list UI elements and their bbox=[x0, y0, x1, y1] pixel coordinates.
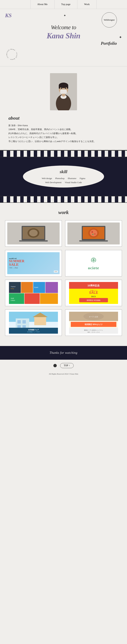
sale-click: click! bbox=[54, 271, 58, 272]
footer-bottom: TOP ↑ bbox=[0, 360, 127, 372]
svg-text:SALE: SALE bbox=[89, 291, 98, 294]
hero-name: Kana Shin bbox=[5, 31, 122, 40]
work-section: work bbox=[0, 203, 127, 346]
svg-rect-33 bbox=[24, 293, 40, 304]
skill-title: skill bbox=[60, 169, 68, 174]
svg-marker-55 bbox=[34, 317, 46, 325]
hero-logo: KS bbox=[5, 12, 12, 18]
sale-sale: SALE bbox=[9, 263, 18, 266]
checker-band-2 bbox=[0, 196, 127, 203]
svg-text:期間限定 特別価格: 期間限定 特別価格 bbox=[87, 299, 101, 301]
svg-rect-34 bbox=[40, 293, 58, 304]
sale-summer: SUMMER bbox=[9, 259, 24, 263]
svg-point-22 bbox=[92, 231, 93, 233]
checker-band bbox=[0, 150, 127, 157]
web-designer-badge: Web Designer bbox=[102, 12, 117, 28]
footer-thanks: Thanks for watching bbox=[5, 351, 122, 354]
star-decoration-top: ✦ bbox=[64, 14, 66, 18]
work-thumb-3: max80%off SUMMER SALE 7.1Fri — .25sun cl… bbox=[7, 252, 60, 274]
svg-text:10周年記念: 10周年記念 bbox=[88, 284, 100, 287]
star-decoration-right: ✦ bbox=[119, 35, 122, 40]
svg-text:初回限定 50%もらう!: 初回限定 50%もらう! bbox=[84, 323, 102, 326]
svg-rect-25 bbox=[79, 240, 108, 242]
svg-point-6 bbox=[59, 82, 68, 88]
about-section: about 新 加奈 - Shin Kana 1994年、宮崎市出身。高校卒業後… bbox=[0, 66, 127, 150]
svg-point-24 bbox=[92, 234, 94, 235]
svg-text:期間：○月○日〜○月○日: 期間：○月○日〜○月○日 bbox=[88, 332, 100, 333]
footer-dark: Thanks for watching bbox=[0, 346, 127, 360]
sale-dates: 7.1Fri — .25sun bbox=[9, 267, 18, 268]
svg-point-26 bbox=[93, 259, 94, 259]
svg-text:Vivid: Vivid bbox=[11, 298, 14, 299]
svg-text:住宅相談フェア: 住宅相談フェア bbox=[28, 329, 39, 330]
svg-text:Colors: Colors bbox=[11, 300, 15, 301]
svg-point-11 bbox=[65, 88, 66, 89]
nav-work[interactable]: Work bbox=[77, 0, 96, 9]
svg-rect-57 bbox=[9, 328, 58, 334]
svg-point-21 bbox=[90, 230, 97, 236]
svg-rect-9 bbox=[60, 90, 67, 94]
work-thumb-6: 10周年記念 うれしい SALE BACK 期間限定 特別価格 bbox=[68, 282, 120, 304]
svg-rect-31 bbox=[46, 282, 58, 293]
work-item-1[interactable] bbox=[5, 220, 62, 247]
svg-text:新規オープン記念キャンペーン: 新規オープン記念キャンペーン bbox=[84, 330, 103, 331]
svg-text:Tropical: Tropical bbox=[11, 286, 15, 287]
portfolio-text: Portfolio bbox=[5, 41, 122, 46]
top-arrow: ↑ bbox=[69, 364, 70, 367]
about-title: about bbox=[8, 116, 118, 121]
skill-section: skill Web design Photoshop Illustrator F… bbox=[0, 157, 127, 196]
svg-text:Event: Event bbox=[34, 286, 38, 288]
work-item-4[interactable]: ociete bbox=[65, 250, 122, 276]
skill-oval: skill Web design Photoshop Illustrator F… bbox=[23, 166, 104, 188]
svg-rect-51 bbox=[18, 320, 21, 324]
ociete-content: ociete bbox=[68, 252, 120, 274]
svg-rect-7 bbox=[59, 85, 60, 89]
footer-dot bbox=[53, 364, 57, 367]
hero-section: KS ✦ Web Designer Welcome to Kana Shin P… bbox=[0, 9, 127, 66]
svg-point-10 bbox=[61, 88, 62, 89]
scroll-circle: scroll down · scroll down · scroll down … bbox=[5, 48, 18, 61]
work-thumb-5: Tropical Sunny Event Vivid Colors bbox=[7, 282, 60, 304]
nav-top-page[interactable]: Top page bbox=[54, 0, 78, 9]
work-item-3[interactable]: max80%off SUMMER SALE 7.1Fri — .25sun cl… bbox=[5, 250, 62, 276]
work-item-8[interactable]: オープン記念 初回限定 50%もらう! 新規オープン記念キャンペーン 期間：○月… bbox=[65, 310, 122, 336]
work-thumb-8: オープン記念 初回限定 50%もらう! 新規オープン記念キャンペーン 期間：○月… bbox=[68, 312, 120, 334]
svg-text:住宅相談フォア2024: 住宅相談フォア2024 bbox=[27, 331, 40, 333]
svg-rect-17 bbox=[19, 240, 48, 242]
summer-sale-content: max80%off SUMMER SALE 7.1Fri — .25sun cl… bbox=[7, 252, 60, 274]
skill-items-2: Web Development Visual Studio Code bbox=[44, 181, 83, 184]
work-item-6[interactable]: 10周年記念 うれしい SALE BACK 期間限定 特別価格 bbox=[65, 280, 122, 306]
svg-rect-8 bbox=[67, 85, 68, 89]
svg-rect-28 bbox=[9, 282, 21, 293]
work-item-2[interactable] bbox=[65, 220, 122, 247]
svg-text:Sunny: Sunny bbox=[11, 288, 14, 290]
work-grid: max80%off SUMMER SALE 7.1Fri — .25sun cl… bbox=[5, 220, 122, 336]
footer-copyright: All Rights Reserved 2024 © Kana Shin bbox=[0, 372, 127, 378]
svg-rect-52 bbox=[22, 320, 26, 324]
ociete-logo: ociete bbox=[88, 266, 99, 270]
top-label: TOP bbox=[64, 364, 68, 367]
navigation: About Me Top page Work bbox=[0, 0, 127, 9]
svg-point-16 bbox=[29, 230, 38, 236]
svg-text:scroll down · scroll down · sc: scroll down · scroll down · scroll down … bbox=[5, 48, 18, 60]
skill-items: Web design Photoshop Illustrator Figma bbox=[40, 177, 87, 180]
work-thumb-1 bbox=[7, 222, 60, 244]
work-thumb-7: 住宅相談フェア 住宅相談フォア2024 bbox=[7, 312, 60, 334]
work-item-7[interactable]: 住宅相談フェア 住宅相談フォア2024 bbox=[5, 310, 62, 336]
work-item-5[interactable]: Tropical Sunny Event Vivid Colors bbox=[5, 280, 62, 306]
about-photo bbox=[50, 73, 77, 110]
svg-text:オープン記念: オープン記念 bbox=[89, 316, 98, 318]
svg-text:BACK: BACK bbox=[91, 296, 96, 298]
work-thumb-4: ociete bbox=[68, 252, 120, 274]
work-thumb-2 bbox=[68, 222, 120, 244]
work-title: work bbox=[5, 210, 122, 215]
about-bio: 新 加奈 - Shin Kana 1994年、宮崎市出身。高校卒業後、県内のイベ… bbox=[8, 124, 118, 143]
svg-rect-29 bbox=[21, 282, 33, 293]
svg-point-23 bbox=[94, 234, 96, 234]
nav-about-me[interactable]: About Me bbox=[30, 0, 54, 9]
top-button[interactable]: TOP ↑ bbox=[60, 363, 74, 368]
